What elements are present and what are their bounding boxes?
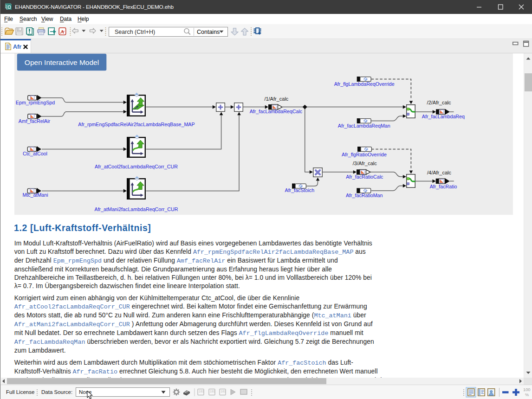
svg-text:Afr_rpmEngSpdfacRelAir2facLamb: Afr_rpmEngSpdfacRelAir2facLambdaReqBase_… <box>78 122 195 127</box>
svg-text:101: 101 <box>210 390 215 393</box>
svg-text:Afr_atCool2facLambdaReqCorr_CU: Afr_atCool2facLambdaReqCorr_CUR <box>95 164 178 169</box>
svg-text:Amf_facRelAir: Amf_facRelAir <box>19 118 51 124</box>
svg-text:Afr_facRatioMan: Afr_facRatioMan <box>346 193 383 198</box>
svg-text:101: 101 <box>199 390 204 393</box>
svg-text:Mtc_atMani: Mtc_atMani <box>22 192 48 198</box>
svg-text:%: % <box>525 393 529 397</box>
svg-text:Ctc_atCool: Ctc_atCool <box>23 151 47 156</box>
svg-text:/1/Afr_calc: /1/Afr_calc <box>264 96 288 102</box>
svg-text:Afr_facLambdaReq: Afr_facLambdaReq <box>422 114 465 119</box>
svg-text:Afr_facLambdaReqMan: Afr_facLambdaReqMan <box>338 123 390 129</box>
svg-text:Afr_facRatio: Afr_facRatio <box>430 184 457 189</box>
svg-text:Afr_flgRatioOverride: Afr_flgRatioOverride <box>342 152 387 157</box>
svg-text:Open Interactive Model: Open Interactive Model <box>25 58 99 66</box>
svg-text:/3/Afr_calc: /3/Afr_calc <box>353 161 377 166</box>
svg-text:Epm_rpmEngSpd: Epm_rpmEngSpd <box>16 100 55 105</box>
svg-text:Afr_flgLambdaReqOverride: Afr_flgLambdaReqOverride <box>334 81 395 87</box>
svg-text:/4/Afr_calc: /4/Afr_calc <box>427 170 451 175</box>
svg-text:Afr_facRatioCalc: Afr_facRatioCalc <box>346 174 383 180</box>
svg-text:101: 101 <box>221 390 226 393</box>
svg-text:100: 100 <box>523 387 531 392</box>
svg-text:Afr_facStoich: Afr_facStoich <box>285 187 315 193</box>
svg-text:Afr_facLambdaReqCalc: Afr_facLambdaReqCalc <box>250 109 303 114</box>
svg-text:Afr_atMani2facLambdaReqCorr_CU: Afr_atMani2facLambdaReqCorr_CUR <box>95 206 178 212</box>
svg-text:/2/Afr_calc: /2/Afr_calc <box>427 100 451 105</box>
